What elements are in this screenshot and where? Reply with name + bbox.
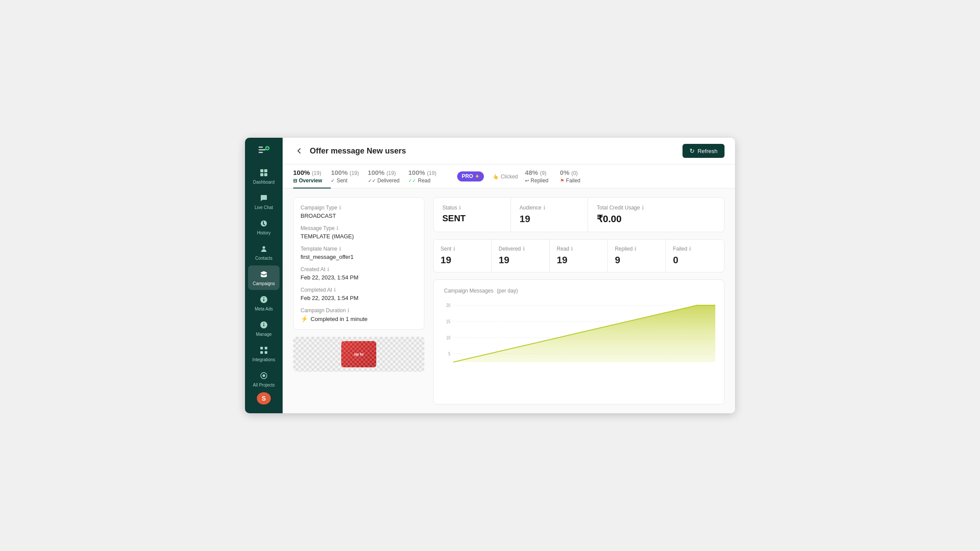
sidebar-item-manage[interactable]: Manage [248, 316, 280, 341]
refresh-icon: ↻ [690, 147, 695, 154]
header-left: Offer message New users [293, 145, 406, 157]
sent-stat: Sent ℹ 19 [434, 240, 492, 272]
history-icon [259, 218, 269, 229]
created-at-value: Feb 22, 2023, 1:54 PM [301, 274, 417, 281]
dashboard-icon [259, 167, 269, 178]
sidebar-item-label: Dashboard [253, 180, 275, 185]
stats-panel: Status ℹ SENT Audience ℹ 19 [433, 197, 724, 405]
svg-text:20: 20 [446, 303, 450, 308]
message-type-field: Message Type ℹ TEMPLATE (IMAGE) [301, 225, 417, 240]
tab-bar: 100% (19) ⊟ Overview 100% (19) ✓ Sent [283, 164, 735, 188]
tab-percent: 100% [408, 169, 425, 176]
sidebar-item-contacts[interactable]: Contacts [248, 240, 280, 265]
integrations-icon [259, 345, 269, 356]
tab-overview[interactable]: 100% (19) ⊟ Overview [293, 164, 331, 188]
svg-marker-23 [453, 305, 715, 362]
failed-icon: ⚑ [560, 178, 564, 184]
sidebar-item-integrations[interactable]: Integrations [248, 342, 280, 366]
tab-count: (19) [427, 170, 436, 176]
chart-svg: 20 15 10 5 [442, 301, 715, 366]
credit-value: ₹0.00 [597, 213, 715, 225]
manage-icon [259, 320, 269, 330]
tab-count: (19) [386, 170, 396, 176]
svg-rect-2 [259, 152, 263, 153]
svg-text:5: 5 [448, 352, 451, 356]
contacts-icon [259, 244, 269, 254]
audience-stat: Audience ℹ 19 [511, 198, 588, 232]
sidebar-item-campaigns[interactable]: Campaigns [248, 265, 280, 290]
template-name-field: Template Name ℹ first_message_offer1 [301, 246, 417, 260]
sidebar-item-label: All Projects [253, 383, 275, 388]
chart-area: 20 15 10 5 [442, 301, 715, 366]
clicked-icon: 👆 [493, 174, 499, 180]
sidebar-item-history[interactable]: History [248, 215, 280, 239]
campaign-preview: up to [293, 337, 424, 372]
app-logo [256, 143, 272, 157]
chart-card: Campaign Messages (per day) 20 15 [433, 279, 724, 405]
sidebar-item-label: Contacts [255, 256, 272, 261]
campaign-type-field: Campaign Type ℹ BROADCAST [301, 205, 417, 219]
sidebar: Dashboard Live Chat History [245, 138, 283, 413]
sidebar-item-live-chat[interactable]: Live Chat [248, 189, 280, 214]
page-title: Offer message New users [310, 146, 406, 156]
tab-failed[interactable]: 0% (0) ⚑ Failed [560, 164, 595, 188]
info-icon: ℹ [336, 225, 339, 231]
sidebar-item-meta-ads[interactable]: Meta Ads [248, 291, 280, 315]
info-icon: ℹ [347, 307, 350, 314]
info-icon: ℹ [634, 246, 637, 252]
svg-rect-11 [260, 351, 263, 354]
sidebar-item-label: Live Chat [255, 205, 273, 210]
svg-rect-0 [259, 146, 263, 148]
overview-icon: ⊟ [293, 178, 297, 184]
sidebar-item-label: Manage [256, 332, 272, 337]
delivered-stat: Delivered ℹ 19 [492, 240, 550, 272]
info-icon: ℹ [689, 246, 691, 252]
tab-sent[interactable]: 100% (19) ✓ Sent [331, 164, 368, 188]
refresh-button[interactable]: ↻ Refresh [682, 144, 724, 158]
tab-read[interactable]: 100% (19) ✓✓ Read [408, 164, 445, 188]
status-stat: Status ℹ SENT [434, 198, 511, 232]
bolt-icon: ⚡ [301, 315, 308, 322]
message-type-value: TEMPLATE (IMAGE) [301, 233, 417, 240]
meta-ads-icon [259, 294, 269, 305]
main-content: Offer message New users ↻ Refresh 100% (… [283, 138, 735, 413]
delivered-value: 19 [499, 255, 542, 266]
tab-percent: 100% [331, 169, 347, 176]
template-name-value: first_message_offer1 [301, 254, 417, 260]
campaign-details-card: Campaign Type ℹ BROADCAST Message Type ℹ… [293, 197, 424, 330]
sidebar-item-dashboard[interactable]: Dashboard [248, 164, 280, 188]
bottom-stats-row: Sent ℹ 19 Delivered ℹ 19 [433, 239, 724, 272]
info-icon: ℹ [327, 266, 329, 272]
top-stats-row: Status ℹ SENT Audience ℹ 19 [433, 197, 724, 232]
read-icon: ✓✓ [408, 178, 416, 184]
sidebar-item-label: History [257, 230, 270, 236]
svg-rect-4 [260, 169, 263, 172]
status-value: SENT [442, 213, 502, 223]
content-area: Campaign Type ℹ BROADCAST Message Type ℹ… [283, 188, 735, 413]
info-icon: ℹ [339, 205, 341, 211]
svg-rect-12 [265, 351, 267, 354]
sidebar-item-label: Campaigns [253, 281, 275, 286]
info-icon: ℹ [453, 246, 455, 252]
svg-text:10: 10 [446, 335, 450, 340]
user-avatar[interactable]: S [257, 392, 271, 405]
tab-delivered[interactable]: 100% (19) ✓✓ Delivered [368, 164, 409, 188]
offer-preview-image: up to [341, 341, 376, 367]
svg-rect-9 [260, 347, 263, 349]
back-button[interactable] [293, 145, 305, 157]
replied-icon: ↩ [525, 178, 529, 184]
tab-clicked[interactable]: PRO ✦ 👆 Clicked [445, 167, 525, 186]
svg-rect-1 [259, 149, 266, 150]
info-icon: ℹ [523, 246, 525, 252]
pro-star-icon: ✦ [475, 173, 480, 180]
svg-point-8 [262, 246, 265, 249]
campaign-info-panel: Campaign Type ℹ BROADCAST Message Type ℹ… [293, 197, 424, 405]
replied-value: 9 [615, 255, 658, 266]
tab-replied[interactable]: 48% (9) ↩ Replied [525, 164, 560, 188]
svg-rect-7 [264, 173, 267, 176]
sidebar-item-all-projects[interactable]: All Projects [248, 367, 280, 391]
info-icon: ℹ [459, 205, 461, 211]
campaign-type-value: BROADCAST [301, 213, 417, 219]
info-icon: ℹ [642, 205, 644, 211]
info-icon: ℹ [334, 287, 336, 293]
